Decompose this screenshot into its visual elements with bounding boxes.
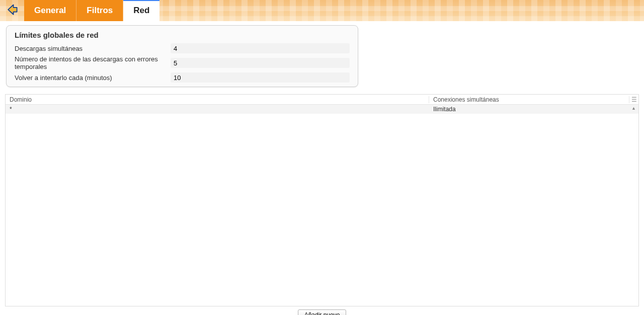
hamburger-icon: ☰ bbox=[631, 96, 637, 103]
domain-limits-grid: Dominio Conexiones simultáneas ☰ * Ilimi… bbox=[5, 94, 639, 306]
tab-general[interactable]: General bbox=[24, 0, 76, 21]
field-label-retry-interval: Volver a intentarlo cada (minutos) bbox=[15, 74, 171, 82]
field-row-retry-count: Número de intentos de las descargas con … bbox=[7, 54, 358, 71]
row-spinner-up-button[interactable]: ▲ bbox=[631, 106, 636, 111]
cell-domain: * bbox=[6, 106, 429, 113]
footer: Añadir nuevo bbox=[0, 306, 644, 315]
cell-connections: Ilimitada bbox=[429, 106, 638, 113]
panel-title: Límites globales de red bbox=[7, 26, 358, 42]
back-arrow-icon bbox=[5, 3, 19, 19]
content-area: Límites globales de red Descargas simult… bbox=[0, 21, 644, 87]
field-row-simultaneous-downloads: Descargas simultáneas bbox=[7, 42, 358, 54]
global-network-limits-panel: Límites globales de red Descargas simult… bbox=[6, 25, 358, 87]
add-new-button[interactable]: Añadir nuevo bbox=[298, 309, 347, 315]
field-label-retry-count: Número de intentos de las descargas con … bbox=[15, 55, 171, 70]
field-input-retry-count[interactable] bbox=[171, 58, 350, 68]
tab-filtros[interactable]: Filtros bbox=[76, 0, 123, 21]
field-input-retry-interval[interactable] bbox=[171, 72, 350, 83]
chevron-up-icon: ▲ bbox=[631, 106, 636, 111]
grid-header-menu-button[interactable]: ☰ bbox=[629, 96, 638, 103]
grid-header-domain[interactable]: Dominio bbox=[6, 96, 429, 103]
tab-red[interactable]: Red bbox=[123, 0, 159, 21]
field-row-retry-interval: Volver a intentarlo cada (minutos) bbox=[7, 71, 358, 84]
grid-body[interactable]: * Ilimitada ▲ bbox=[6, 105, 638, 306]
table-row[interactable]: * Ilimitada ▲ bbox=[6, 105, 638, 114]
back-button[interactable] bbox=[0, 0, 24, 21]
grid-header-connections[interactable]: Conexiones simultáneas bbox=[429, 96, 629, 103]
field-label-simultaneous-downloads: Descargas simultáneas bbox=[15, 45, 171, 52]
grid-header: Dominio Conexiones simultáneas ☰ bbox=[6, 95, 638, 105]
tabbar: General Filtros Red bbox=[0, 0, 644, 21]
field-input-simultaneous-downloads[interactable] bbox=[171, 43, 350, 53]
